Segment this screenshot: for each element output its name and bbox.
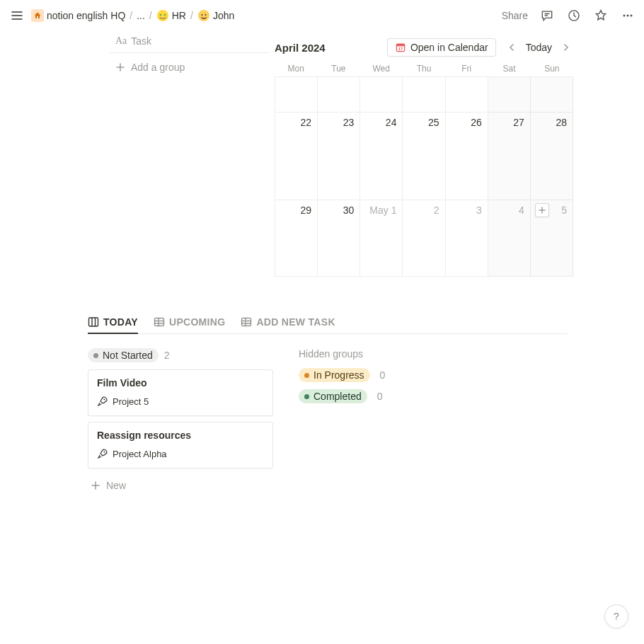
calendar-cell[interactable]: 24 <box>360 113 403 200</box>
svg-rect-13 <box>89 318 98 326</box>
home-icon <box>31 9 44 22</box>
status-pill-completed: Completed <box>299 389 367 403</box>
calendar-cell[interactable]: 3 <box>446 200 488 277</box>
calendar-cell[interactable]: 29 <box>275 200 318 277</box>
board: Not Started 2 Film Video Project 5 Reass… <box>88 348 568 497</box>
calendar-cell[interactable] <box>275 77 318 113</box>
updates-button[interactable] <box>566 8 582 23</box>
breadcrumb-hr[interactable]: HR <box>172 10 186 21</box>
more-button[interactable] <box>620 8 636 23</box>
task-prefix: Aa <box>115 35 127 47</box>
svg-point-1 <box>159 14 161 16</box>
svg-point-7 <box>623 15 626 17</box>
calendar-cell[interactable] <box>446 77 488 113</box>
calendar-dow-row: Mon Tue Wed Thu Fri Sat Sun <box>275 61 573 76</box>
table-icon <box>154 316 165 328</box>
calendar-cell[interactable]: 27 <box>488 113 531 200</box>
group-count: 2 <box>164 350 170 361</box>
hidden-group-completed[interactable]: Completed 0 <box>299 389 484 403</box>
project-label: Project 5 <box>113 396 149 407</box>
calendar-cell[interactable]: 4 <box>488 200 531 277</box>
svg-point-16 <box>104 399 105 401</box>
svg-point-0 <box>157 10 168 21</box>
svg-point-17 <box>104 452 105 453</box>
calendar-cell[interactable]: 23 <box>318 113 360 200</box>
new-card-button[interactable]: New <box>88 474 273 497</box>
rocket-icon <box>97 396 108 407</box>
board-column-not-started: Not Started 2 Film Video Project 5 Reass… <box>88 348 273 497</box>
calendar-cell[interactable] <box>488 77 531 113</box>
status-pill-not-started: Not Started <box>88 348 159 362</box>
tab-upcoming-label: UPCOMING <box>169 316 225 328</box>
breadcrumb-sep: / <box>190 10 193 21</box>
calendar-app-icon: 17 <box>395 42 406 53</box>
breadcrumb-ellipsis[interactable]: ... <box>137 10 145 21</box>
calendar-cell[interactable]: 2 <box>403 200 445 277</box>
prev-month-button[interactable] <box>505 40 519 54</box>
calendar-grid: 22 23 24 25 26 27 28 29 30 May 1 2 3 4 5 <box>275 76 573 277</box>
calendar-cell[interactable]: 30 <box>318 200 360 277</box>
day-number: 28 <box>556 117 567 128</box>
breadcrumb-root[interactable]: notion english HQ <box>47 10 125 21</box>
next-month-button[interactable] <box>559 40 573 54</box>
hidden-group-in-progress[interactable]: In Progress 0 <box>299 368 484 382</box>
dow-fri: Fri <box>445 64 488 74</box>
calendar-cell[interactable]: 22 <box>275 113 318 200</box>
status-pill-in-progress: In Progress <box>299 368 370 382</box>
calendar-cell[interactable] <box>360 77 403 113</box>
menu-toggle-button[interactable] <box>8 7 25 24</box>
hidden-groups-label: Hidden groups <box>299 348 484 360</box>
svg-point-2 <box>163 14 166 16</box>
dow-wed: Wed <box>360 64 403 74</box>
day-number: 23 <box>343 117 355 128</box>
day-number: 24 <box>386 117 397 128</box>
svg-rect-15 <box>242 318 251 326</box>
tab-add-new-task[interactable]: ADD NEW TASK <box>241 316 335 328</box>
plus-icon <box>539 207 546 214</box>
dots-horizontal-icon <box>621 8 635 23</box>
status-dot-icon <box>93 353 98 358</box>
calendar-cell[interactable] <box>531 77 573 113</box>
tab-addnew-label: ADD NEW TASK <box>256 316 335 328</box>
breadcrumb: notion english HQ / ... / HR / John <box>31 9 234 22</box>
plus-icon <box>91 481 100 490</box>
calendar-cell[interactable]: 5 <box>531 200 573 277</box>
dow-sun: Sun <box>531 64 573 74</box>
calendar-cell[interactable]: 26 <box>446 113 488 200</box>
help-button[interactable]: ? <box>604 604 628 628</box>
today-button[interactable]: Today <box>526 42 552 53</box>
task-card[interactable]: Reassign resources Project Alpha <box>88 422 273 468</box>
svg-point-8 <box>627 15 629 17</box>
status-label: Completed <box>314 391 362 402</box>
svg-point-5 <box>205 14 206 16</box>
day-number: 4 <box>519 205 524 216</box>
svg-point-3 <box>198 10 209 21</box>
day-number: 30 <box>343 205 355 216</box>
task-title: Film Video <box>97 377 264 389</box>
add-event-button[interactable] <box>535 203 549 217</box>
task-property-header[interactable]: Aa Task <box>110 31 269 53</box>
calendar-cell[interactable]: 25 <box>403 113 445 200</box>
calendar-cell[interactable] <box>403 77 445 113</box>
topbar-actions: Share <box>502 8 636 23</box>
breadcrumb-person[interactable]: John <box>213 10 234 21</box>
calendar-nav: Today <box>505 40 573 54</box>
calendar-cell[interactable]: May 1 <box>360 200 403 277</box>
tab-upcoming[interactable]: UPCOMING <box>154 316 225 328</box>
favorite-button[interactable] <box>593 8 609 23</box>
calendar-cell[interactable] <box>318 77 360 113</box>
comments-button[interactable] <box>539 8 555 23</box>
speech-bubble-icon <box>540 8 554 23</box>
calendar-cell[interactable]: 28 <box>531 113 573 200</box>
tab-today[interactable]: TODAY <box>88 316 138 328</box>
board-icon <box>88 316 99 328</box>
status-dot-icon <box>304 373 309 378</box>
open-in-calendar-button[interactable]: 17 Open in Calendar <box>387 38 496 57</box>
add-group-button[interactable]: Add a group <box>110 53 269 81</box>
group-header-not-started[interactable]: Not Started 2 <box>88 348 273 362</box>
share-button[interactable]: Share <box>502 10 528 21</box>
task-card[interactable]: Film Video Project 5 <box>88 369 273 416</box>
project-label: Project Alpha <box>113 449 167 459</box>
group-by-column: Aa Task Add a group <box>110 31 269 277</box>
breadcrumb-sep: / <box>130 10 132 21</box>
